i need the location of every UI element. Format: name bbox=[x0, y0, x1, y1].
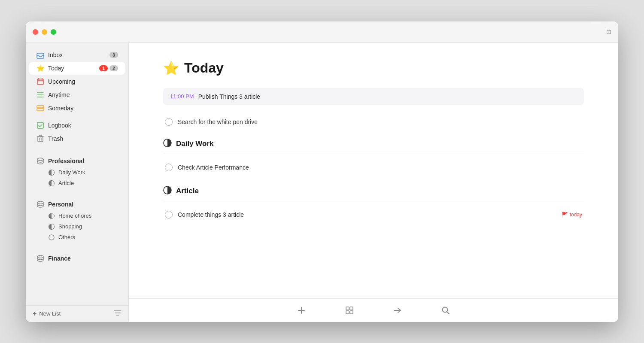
svg-point-16 bbox=[49, 235, 54, 240]
daily-work-icon bbox=[48, 169, 55, 176]
sidebar-item-home-chores[interactable]: Home chores bbox=[29, 211, 125, 221]
svg-point-17 bbox=[37, 255, 43, 258]
bottom-toolbar bbox=[129, 298, 618, 322]
shopping-label: Shopping bbox=[58, 223, 82, 230]
someday-label: Someday bbox=[48, 105, 118, 112]
today-badge-gray: 2 bbox=[109, 65, 118, 71]
sidebar-item-shopping[interactable]: Shopping bbox=[29, 222, 125, 232]
new-list-button[interactable]: + New List bbox=[33, 310, 61, 318]
trash-icon bbox=[36, 134, 45, 143]
today-icon: ⭐ bbox=[36, 64, 45, 73]
svg-point-15 bbox=[37, 201, 43, 204]
others-icon bbox=[48, 234, 55, 241]
inbox-icon bbox=[36, 51, 45, 59]
sidebar-item-article[interactable]: Article bbox=[29, 178, 125, 188]
sidebar-item-someday[interactable]: Someday bbox=[29, 102, 125, 115]
inbox-badge: 3 bbox=[109, 52, 118, 58]
sidebar-item-anytime[interactable]: Anytime bbox=[29, 88, 125, 101]
main-panel: ⭐ Today 11:00 PM Publish Things 3 articl… bbox=[129, 43, 618, 322]
section-header-article: Article bbox=[163, 186, 584, 201]
svg-rect-9 bbox=[37, 109, 44, 111]
section-personal[interactable]: Personal bbox=[29, 197, 125, 210]
flag-label: today bbox=[570, 212, 582, 218]
anytime-icon bbox=[36, 91, 45, 99]
filter-icon[interactable] bbox=[114, 310, 122, 318]
inbox-label: Inbox bbox=[48, 52, 109, 58]
sidebar-item-daily-work[interactable]: Daily Work bbox=[29, 167, 125, 178]
sidebar-item-today[interactable]: ⭐ Today 1 2 bbox=[29, 62, 125, 75]
close-button[interactable] bbox=[33, 29, 38, 35]
grid-button[interactable] bbox=[343, 304, 356, 317]
personal-group-icon bbox=[36, 200, 45, 209]
article-label: Article bbox=[58, 180, 74, 186]
window-action-icon[interactable]: ⊡ bbox=[606, 28, 611, 35]
section-title-daily-work: Daily Work bbox=[176, 140, 214, 148]
scheduled-time: 11:00 PM bbox=[170, 93, 194, 100]
new-list-plus-icon: + bbox=[33, 310, 36, 318]
flag-icon: 🚩 bbox=[562, 212, 568, 218]
today-badge-red: 1 bbox=[99, 65, 108, 71]
shopping-icon bbox=[48, 223, 55, 230]
task-checkbox-pen-drive[interactable] bbox=[165, 118, 173, 126]
svg-rect-25 bbox=[346, 307, 349, 310]
svg-rect-28 bbox=[350, 311, 353, 314]
titlebar: ⊡ bbox=[26, 21, 618, 43]
svg-rect-0 bbox=[37, 53, 44, 58]
svg-rect-10 bbox=[37, 122, 43, 128]
task-checkbox-article-performance[interactable] bbox=[165, 164, 173, 171]
task-row-article-performance: Check Article Performance bbox=[163, 159, 584, 176]
maximize-button[interactable] bbox=[51, 29, 56, 35]
scheduled-task[interactable]: 11:00 PM Publish Things 3 article bbox=[163, 88, 584, 105]
section-header-daily-work: Daily Work bbox=[163, 139, 584, 154]
upcoming-icon bbox=[36, 77, 45, 86]
upcoming-label: Upcoming bbox=[48, 78, 118, 85]
main-body: ⭐ Today 11:00 PM Publish Things 3 articl… bbox=[129, 43, 618, 298]
article-section-icon bbox=[163, 186, 172, 197]
svg-rect-27 bbox=[346, 311, 349, 314]
finance-group-icon bbox=[36, 254, 45, 263]
professional-group-icon bbox=[36, 157, 45, 165]
daily-work-label: Daily Work bbox=[58, 169, 85, 176]
anytime-label: Anytime bbox=[48, 91, 118, 98]
sidebar-item-inbox[interactable]: Inbox 3 bbox=[29, 49, 125, 61]
someday-icon bbox=[36, 104, 45, 112]
search-button[interactable] bbox=[439, 304, 453, 317]
app-window: ⊡ Inbox 3 ⭐ bbox=[26, 21, 618, 322]
task-row-pen-drive: Search for the white pen drive bbox=[163, 114, 584, 130]
page-title: ⭐ Today bbox=[163, 60, 584, 76]
logbook-icon bbox=[36, 121, 45, 130]
trash-label: Trash bbox=[48, 135, 118, 142]
section-professional[interactable]: Professional bbox=[29, 153, 125, 167]
svg-point-14 bbox=[37, 158, 43, 161]
svg-rect-1 bbox=[37, 79, 43, 85]
task-section-daily-work: Daily Work Check Article Performance bbox=[163, 139, 584, 176]
sidebar-item-upcoming[interactable]: Upcoming bbox=[29, 75, 125, 88]
article-icon bbox=[48, 180, 55, 187]
page-heading: Today bbox=[184, 60, 224, 76]
today-label: Today bbox=[48, 65, 99, 72]
minimize-button[interactable] bbox=[42, 29, 47, 35]
logbook-label: Logbook bbox=[48, 122, 118, 129]
navigate-button[interactable] bbox=[391, 304, 404, 317]
svg-line-31 bbox=[447, 312, 449, 314]
standalone-task-0: Search for the white pen drive bbox=[163, 114, 584, 130]
professional-label: Professional bbox=[48, 158, 84, 164]
today-star-icon: ⭐ bbox=[163, 61, 179, 76]
section-finance[interactable]: Finance bbox=[29, 251, 125, 264]
task-label-article-performance: Check Article Performance bbox=[178, 164, 582, 171]
task-label-pen-drive: Search for the white pen drive bbox=[178, 118, 582, 125]
task-flag-today: 🚩 today bbox=[562, 212, 582, 218]
sidebar-item-trash[interactable]: Trash bbox=[29, 132, 125, 145]
task-label-complete-things: Complete things 3 article bbox=[178, 211, 556, 218]
sidebar-footer: + New List bbox=[26, 305, 128, 322]
home-chores-icon bbox=[48, 212, 55, 219]
sidebar-item-others[interactable]: Others bbox=[29, 232, 125, 243]
home-chores-label: Home chores bbox=[58, 212, 91, 219]
add-button[interactable] bbox=[295, 304, 308, 317]
new-list-label: New List bbox=[39, 310, 61, 317]
task-checkbox-complete-things[interactable] bbox=[165, 211, 173, 219]
scheduled-task-text: Publish Things 3 article bbox=[198, 93, 260, 100]
main-content: Inbox 3 ⭐ Today 1 2 bbox=[26, 43, 618, 322]
sidebar-item-logbook[interactable]: Logbook bbox=[29, 119, 125, 132]
svg-rect-26 bbox=[350, 307, 353, 310]
